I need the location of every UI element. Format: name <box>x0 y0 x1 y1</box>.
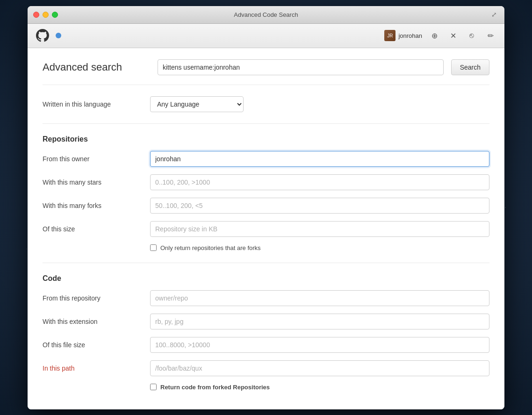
path-label: In this path <box>43 365 150 372</box>
from-repo-row: From this repository <box>43 290 489 306</box>
toolbar: JR jonrohan ⊕ ✕ ⎋ ✏ <box>28 24 504 48</box>
extension-row: With this extension <box>43 314 489 329</box>
language-select[interactable]: Any Language JavaScript Python Ruby Java… <box>150 96 244 112</box>
avatar: JR <box>384 30 395 41</box>
code-section-title: Code <box>43 274 489 283</box>
file-size-row: Of this file size <box>43 337 489 353</box>
create-icon[interactable]: ⊕ <box>428 29 441 42</box>
stars-label: With this many stars <box>43 179 150 186</box>
from-repo-label: From this repository <box>43 294 150 302</box>
from-repo-input[interactable] <box>150 290 489 306</box>
forks-checkbox-label: Only return repositories that are forks <box>160 244 261 251</box>
from-owner-label: From this owner <box>43 155 150 163</box>
tools-icon[interactable]: ✕ <box>446 29 460 42</box>
search-button[interactable]: Search <box>451 59 489 75</box>
file-size-label: Of this file size <box>43 341 150 349</box>
repo-size-row: Of this size <box>43 221 489 237</box>
avatar-initials: JR <box>387 33 393 38</box>
forks-label: With this many forks <box>43 202 150 209</box>
stars-row: With this many stars <box>43 174 489 190</box>
main-search-input[interactable] <box>158 59 444 75</box>
forks-checkbox-row: Only return repositories that are forks <box>150 244 489 251</box>
page-title: Advanced search <box>43 61 150 73</box>
main-content: Advanced search Search Written in this l… <box>28 48 504 409</box>
extension-label: With this extension <box>43 318 150 325</box>
github-icon <box>36 29 49 42</box>
github-logo[interactable] <box>35 28 50 43</box>
pin-icon[interactable]: ✏ <box>484 29 497 42</box>
minimize-button[interactable] <box>43 12 49 18</box>
path-row: In this path <box>43 360 489 376</box>
forks-row: With this many forks <box>43 198 489 214</box>
search-header: Advanced search Search <box>43 59 489 85</box>
language-label: Written in this language <box>43 100 150 108</box>
forked-code-checkbox-label: Return code from forked Repositories <box>160 384 270 391</box>
main-window: Advanced Code Search ⤢ JR jonrohan ⊕ ✕ ⎋… <box>28 6 504 409</box>
from-owner-input[interactable] <box>150 151 489 167</box>
repositories-section-title: Repositories <box>43 135 489 143</box>
repo-size-label: Of this size <box>43 225 150 233</box>
path-input[interactable] <box>150 360 489 376</box>
divider-2 <box>43 263 489 263</box>
title-bar: Advanced Code Search ⤢ <box>28 6 504 24</box>
window-title: Advanced Code Search <box>234 11 298 18</box>
repo-size-input[interactable] <box>150 221 489 237</box>
expand-icon[interactable]: ⤢ <box>491 11 499 18</box>
notification-dot <box>56 33 61 38</box>
file-size-input[interactable] <box>150 337 489 353</box>
user-menu[interactable]: JR jonrohan <box>384 30 422 41</box>
close-button[interactable] <box>33 12 39 18</box>
divider-1 <box>43 123 489 124</box>
language-row: Written in this language Any Language Ja… <box>43 96 489 112</box>
username-label: jonrohan <box>398 32 422 39</box>
maximize-button[interactable] <box>52 12 58 18</box>
signout-icon[interactable]: ⎋ <box>465 29 478 42</box>
forks-checkbox[interactable] <box>150 244 157 251</box>
extension-input[interactable] <box>150 314 489 329</box>
forked-code-checkbox[interactable] <box>150 384 157 390</box>
forked-code-checkbox-row: Return code from forked Repositories <box>150 384 489 391</box>
traffic-lights <box>33 12 58 18</box>
stars-input[interactable] <box>150 174 489 190</box>
forks-input[interactable] <box>150 198 489 214</box>
from-owner-row: From this owner <box>43 151 489 167</box>
